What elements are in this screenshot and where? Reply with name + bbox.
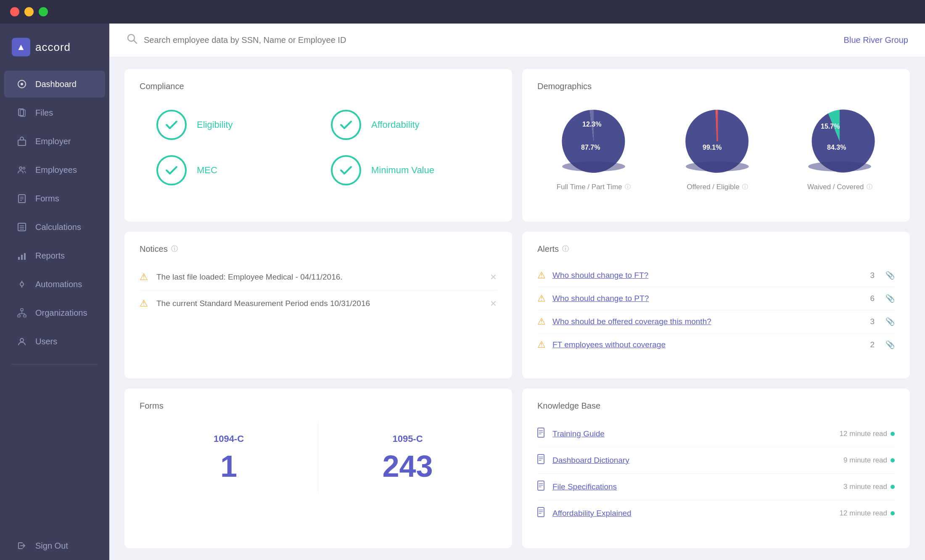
- alert-count-0: 3: [870, 271, 875, 280]
- close-dot[interactable]: [10, 7, 19, 16]
- svg-point-34: [686, 161, 749, 172]
- svg-point-1: [21, 83, 23, 85]
- svg-text:84.3%: 84.3%: [827, 144, 846, 151]
- employer-icon: [16, 135, 28, 147]
- svg-rect-21: [24, 315, 26, 317]
- clip-icon-0: 📎: [885, 271, 895, 280]
- kb-item-3: Affordability Explained 12 minute read: [537, 500, 895, 526]
- svg-rect-17: [24, 253, 26, 260]
- affordability-label: Affordability: [371, 119, 420, 130]
- svg-text:12.3%: 12.3%: [582, 121, 601, 128]
- alert-warning-icon-1: ⚠: [537, 293, 546, 304]
- notices-title: Notices ⓘ: [140, 244, 497, 254]
- compliance-grid: Eligibility Affordability: [140, 101, 497, 194]
- nav-bottom: Sign Out: [0, 531, 109, 560]
- chart-offered-eligible-label: Offered / Eligible ⓘ: [687, 183, 748, 191]
- svg-rect-16: [21, 255, 23, 260]
- kb-label-3[interactable]: Affordability Explained: [552, 509, 632, 518]
- forms-title: Forms: [140, 401, 497, 411]
- minimize-dot[interactable]: [24, 7, 34, 16]
- eligibility-label: Eligibility: [197, 119, 233, 130]
- svg-rect-11: [18, 223, 26, 231]
- sidebar-item-organizations[interactable]: Organizations: [4, 299, 105, 326]
- signout-icon: [16, 540, 28, 552]
- demographics-title: Demographics: [537, 82, 895, 91]
- kb-dot-1: [891, 458, 895, 462]
- alert-link-1[interactable]: Who should change to PT?: [552, 294, 863, 303]
- sidebar-item-employer[interactable]: Employer: [4, 128, 105, 155]
- organizations-icon: [16, 307, 28, 319]
- search-input[interactable]: [144, 35, 354, 45]
- alerts-info-icon: ⓘ: [562, 245, 569, 254]
- automations-icon: [16, 278, 28, 290]
- kb-read-time-2: 3 minute read: [843, 483, 895, 491]
- sidebar-divider: [12, 364, 98, 365]
- demographics-card: Demographics 87.7% 12.3%: [522, 69, 910, 222]
- files-icon: [16, 107, 28, 119]
- logo-text: accord: [35, 41, 71, 54]
- alerts-title: Alerts ⓘ: [537, 244, 895, 254]
- kb-item-1: Dashboard Dictionary 9 minute read: [537, 447, 895, 474]
- sidebar-item-label: Employer: [35, 137, 71, 146]
- svg-rect-41: [538, 481, 544, 490]
- calculations-icon: [16, 221, 28, 233]
- sidebar-item-label: Employees: [35, 165, 77, 175]
- sidebar-item-reports[interactable]: Reports: [4, 242, 105, 269]
- notice-item-1: ⚠ The current Standard Measurement Perio…: [140, 291, 497, 317]
- sidebar-item-files[interactable]: Files: [4, 99, 105, 126]
- alert-link-0[interactable]: Who should change to FT?: [552, 271, 863, 280]
- kb-read-time-3: 12 minute read: [840, 509, 895, 518]
- eligibility-check: [156, 110, 187, 140]
- notice-close-1[interactable]: ✕: [490, 298, 497, 309]
- kb-label-0[interactable]: Training Guide: [552, 429, 605, 438]
- form-1095c-name: 1095-C: [392, 433, 423, 444]
- kb-dot-2: [891, 485, 895, 489]
- search-bar: [126, 33, 844, 48]
- sidebar-item-label: Automations: [35, 280, 82, 289]
- sidebar-item-employees[interactable]: Employees: [4, 156, 105, 183]
- sidebar-item-label: Users: [35, 337, 57, 346]
- alert-warning-icon-3: ⚠: [537, 339, 546, 350]
- kb-label-1[interactable]: Dashboard Dictionary: [552, 456, 629, 465]
- svg-rect-42: [538, 507, 544, 517]
- logo: ▲ accord: [0, 28, 109, 70]
- compliance-affordability: Affordability: [331, 110, 480, 140]
- compliance-card: Compliance Eligibility: [124, 69, 512, 222]
- svg-text:87.7%: 87.7%: [581, 144, 600, 151]
- notice-warning-icon-1: ⚠: [140, 298, 148, 309]
- dashboard-grid: Compliance Eligibility: [109, 57, 925, 560]
- compliance-mec: MEC: [156, 155, 306, 185]
- compliance-eligibility: Eligibility: [156, 110, 306, 140]
- compliance-minimum-value: Minimum Value: [331, 155, 480, 185]
- signout-button[interactable]: Sign Out: [4, 532, 105, 559]
- kb-read-time-0: 12 minute read: [840, 430, 895, 438]
- kb-label-2[interactable]: File Specifications: [552, 482, 617, 491]
- sidebar-item-calculations[interactable]: Calculations: [4, 214, 105, 240]
- alert-link-2[interactable]: Who should be offered coverage this mont…: [552, 317, 863, 326]
- sidebar-item-users[interactable]: Users: [4, 328, 105, 355]
- sidebar-item-dashboard[interactable]: Dashboard: [4, 71, 105, 98]
- svg-point-5: [19, 167, 22, 169]
- maximize-dot[interactable]: [39, 7, 48, 16]
- sidebar-item-label: Files: [35, 108, 53, 118]
- affordability-check: [331, 110, 361, 140]
- sidebar-item-forms[interactable]: Forms: [4, 185, 105, 212]
- notice-text-1: The current Standard Measurement Period …: [156, 299, 370, 308]
- alert-warning-icon-2: ⚠: [537, 316, 546, 327]
- sidebar-item-label: Forms: [35, 194, 59, 203]
- svg-point-18: [20, 283, 24, 286]
- alert-count-2: 3: [870, 317, 875, 326]
- sidebar-item-automations[interactable]: Automations: [4, 271, 105, 298]
- notice-close-0[interactable]: ✕: [490, 272, 497, 282]
- alert-link-3[interactable]: FT employees without coverage: [552, 340, 863, 349]
- alert-count-3: 2: [870, 340, 875, 349]
- search-icon: [126, 33, 138, 48]
- dashboard-icon: [16, 78, 28, 90]
- svg-rect-40: [538, 454, 544, 464]
- kb-doc-icon-0: [537, 428, 546, 440]
- kb-dot-0: [891, 432, 895, 436]
- reports-icon: [16, 250, 28, 262]
- svg-point-36: [808, 161, 871, 172]
- company-name: Blue River Group: [844, 35, 908, 45]
- chart-offered-eligible: 99.1% Offered / Eligible ⓘ: [682, 106, 753, 191]
